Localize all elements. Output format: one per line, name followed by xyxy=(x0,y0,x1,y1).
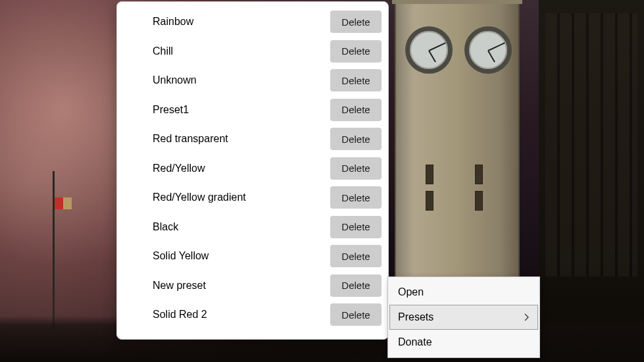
preset-row[interactable]: Chill Delete xyxy=(117,37,388,66)
preset-name-label: Red transparent xyxy=(153,133,228,145)
delete-button[interactable]: Delete xyxy=(330,274,382,297)
wallpaper-detail xyxy=(475,191,483,211)
preset-row[interactable]: Red/Yellow gradient Delete xyxy=(117,183,388,213)
wallpaper-detail xyxy=(426,191,433,211)
wallpaper-detail xyxy=(475,165,483,184)
preset-name-label: Preset1 xyxy=(153,104,189,116)
delete-button[interactable]: Delete xyxy=(330,99,382,121)
menu-item-label: Donate xyxy=(398,336,432,348)
menu-item-label: Open xyxy=(398,286,424,298)
wallpaper-building xyxy=(539,0,644,362)
preset-row[interactable]: Unknown Delete xyxy=(117,66,388,95)
delete-button[interactable]: Delete xyxy=(330,11,382,33)
preset-name-label: Solid Red 2 xyxy=(153,309,207,321)
wallpaper-flagpole xyxy=(53,171,55,329)
preset-row[interactable]: Red/Yellow Delete xyxy=(117,154,388,184)
chevron-right-icon xyxy=(524,313,530,321)
delete-button[interactable]: Delete xyxy=(330,40,382,63)
preset-row[interactable]: Preset1 Delete xyxy=(117,95,388,125)
delete-button[interactable]: Delete xyxy=(330,69,382,91)
preset-row[interactable]: New preset Delete xyxy=(117,271,388,301)
preset-row[interactable]: Red transparent Delete xyxy=(117,124,388,154)
preset-row[interactable]: Solid Yellow Delete xyxy=(117,242,388,271)
preset-row[interactable]: Rainbow Delete xyxy=(117,7,388,37)
delete-button[interactable]: Delete xyxy=(330,186,382,209)
preset-name-label: Unknown xyxy=(153,74,197,86)
delete-button[interactable]: Delete xyxy=(330,157,382,180)
wallpaper-flag xyxy=(55,197,72,209)
preset-name-label: Rainbow xyxy=(153,16,193,28)
clock-face-icon xyxy=(405,26,453,74)
preset-name-label: Red/Yellow xyxy=(153,163,205,174)
preset-name-label: Black xyxy=(153,221,178,233)
menu-item-presets[interactable]: Presets xyxy=(389,305,538,330)
menu-item-open[interactable]: Open xyxy=(390,280,537,305)
preset-name-label: New preset xyxy=(153,280,206,292)
tray-context-menu: Open Presets Donate xyxy=(387,276,540,358)
preset-name-label: Chill xyxy=(153,45,173,57)
clock-face-icon xyxy=(464,26,512,74)
delete-button[interactable]: Delete xyxy=(330,303,382,326)
wallpaper-detail xyxy=(426,165,433,184)
preset-name-label: Solid Yellow xyxy=(153,250,209,262)
menu-item-label: Presets xyxy=(398,311,433,323)
preset-row[interactable]: Solid Red 2 Delete xyxy=(117,300,388,330)
menu-item-donate[interactable]: Donate xyxy=(390,330,537,355)
preset-list-panel: Rainbow Delete Chill Delete Unknown Dele… xyxy=(116,1,389,340)
preset-row[interactable]: Black Delete xyxy=(117,213,388,242)
delete-button[interactable]: Delete xyxy=(330,128,382,150)
preset-name-label: Red/Yellow gradient xyxy=(153,192,246,203)
delete-button[interactable]: Delete xyxy=(330,245,382,267)
delete-button[interactable]: Delete xyxy=(330,216,382,238)
